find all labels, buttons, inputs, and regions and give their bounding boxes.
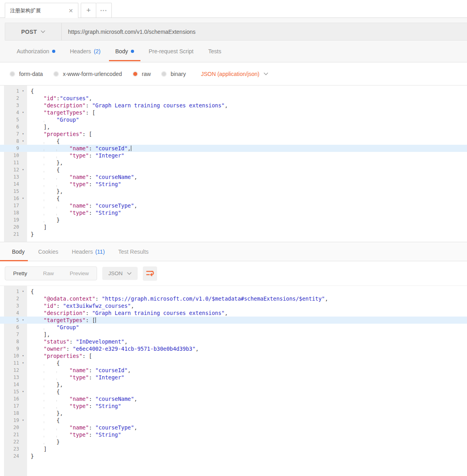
code-line[interactable]: 1▾{ (0, 288, 467, 295)
code-line[interactable]: 3"description": "Graph Learn training co… (0, 102, 467, 109)
fold-arrow-icon[interactable]: ▾ (19, 130, 27, 138)
code-line[interactable]: 15}, (0, 188, 467, 195)
response-tab-cookies[interactable]: Cookies (38, 242, 58, 261)
code-text: "Group" (27, 116, 79, 123)
tab-authorization[interactable]: Authorization (17, 41, 55, 62)
tab-headers[interactable]: Headers(2) (70, 41, 101, 62)
tab-tests[interactable]: Tests (208, 41, 222, 62)
gutter: 17 (0, 202, 27, 209)
fold-arrow-icon[interactable]: ▾ (19, 352, 27, 359)
radio-label: raw (142, 71, 151, 77)
fold-spacer (19, 231, 27, 238)
fold-arrow-icon[interactable]: ▾ (19, 138, 27, 145)
view-mode-preview[interactable]: Preview (62, 267, 97, 280)
url-input[interactable]: https://graph.microsoft.com/v1.0/schemaE… (62, 23, 467, 40)
code-line[interactable]: 10▾"properties": [ (0, 352, 467, 359)
fold-arrow-icon[interactable]: ▾ (19, 288, 27, 295)
code-line[interactable]: 2"@odata.context": "https://graph.micros… (0, 295, 467, 302)
token-punct: }, (56, 188, 63, 194)
code-line[interactable]: 23] (0, 445, 467, 453)
fold-arrow-icon[interactable]: ▾ (19, 388, 27, 395)
method-select[interactable]: POST (5, 23, 62, 40)
code-line[interactable]: 4▾"targetTypes": [ (0, 109, 467, 116)
code-line[interactable]: 14}, (0, 381, 467, 388)
code-line[interactable]: 6"Group" (0, 324, 467, 331)
content-type-select[interactable]: JSON (application/json) (201, 71, 269, 77)
code-line[interactable]: 16▾{ (0, 195, 467, 202)
code-line[interactable]: 1▾{ (0, 87, 467, 95)
code-line[interactable]: 9"owner": "e6ec4002-e329-41cb-9571-b30e0… (0, 345, 467, 352)
fold-arrow-icon[interactable]: ▾ (19, 87, 27, 95)
body-type-form-data[interactable]: form-data (10, 71, 43, 77)
response-tab-headers[interactable]: Headers(11) (72, 242, 105, 261)
response-language-select[interactable]: JSON (102, 267, 138, 280)
fold-arrow-icon[interactable]: ▾ (19, 109, 27, 116)
code-line[interactable]: 21} (0, 231, 467, 238)
code-line[interactable]: 17"type": "String" (0, 402, 467, 410)
line-number: 10 (0, 152, 19, 159)
code-line[interactable]: 5▾"targetTypes": [ (0, 317, 467, 324)
code-line[interactable]: 12"name": "courseId", (0, 367, 467, 374)
code-line[interactable]: 22} (0, 438, 467, 445)
view-mode-pretty[interactable]: Pretty (5, 267, 35, 280)
code-line[interactable]: 13"type": "Integer" (0, 374, 467, 381)
code-line[interactable]: 8▾{ (0, 138, 467, 145)
close-icon[interactable]: ✕ (68, 8, 73, 14)
code-line[interactable]: 21"type": "String" (0, 431, 467, 438)
code-line[interactable]: 2"id":"courses", (0, 95, 467, 102)
token-punct: } (31, 453, 34, 459)
view-mode-raw[interactable]: Raw (35, 267, 62, 280)
code-line[interactable]: 8"status": "InDevelopment", (0, 338, 467, 345)
code-line[interactable]: 19} (0, 216, 467, 223)
response-tab-test-results[interactable]: Test Results (118, 242, 148, 261)
code-line[interactable]: 14"type": "String" (0, 181, 467, 188)
code-line[interactable]: 11}, (0, 159, 467, 166)
fold-arrow-icon[interactable]: ▾ (19, 317, 27, 324)
request-body-editor[interactable]: 1▾{2"id":"courses",3"description": "Grap… (0, 85, 467, 242)
response-body-editor[interactable]: 1▾{2"@odata.context": "https://graph.mic… (0, 286, 467, 476)
code-text: ], (27, 331, 50, 338)
code-text: ] (27, 445, 47, 453)
line-number: 3 (0, 302, 19, 309)
response-tab-body[interactable]: Body (12, 242, 25, 261)
wrap-lines-button[interactable] (143, 266, 157, 281)
code-line[interactable]: 4"description": "Graph Learn training co… (0, 309, 467, 317)
code-line[interactable]: 24} (0, 453, 467, 460)
code-line[interactable]: 11▾{ (0, 359, 467, 367)
code-line[interactable]: 15▾{ (0, 388, 467, 395)
chevron-down-icon (127, 272, 132, 275)
new-tab-button[interactable]: + (81, 3, 96, 17)
code-line[interactable]: 18}, (0, 410, 467, 417)
code-line[interactable]: 3"id": "ext3uikwfwz_courses", (0, 302, 467, 309)
code-line[interactable]: 18"type": "String" (0, 209, 467, 216)
body-type-raw[interactable]: raw (132, 71, 151, 77)
code-line[interactable]: 7▾"properties": [ (0, 130, 467, 138)
code-line[interactable]: 17"name": "courseType", (0, 202, 467, 209)
token-str: "String" (95, 403, 121, 409)
code-line[interactable]: 20"name": "courseType", (0, 424, 467, 431)
body-type-binary[interactable]: binary (161, 71, 186, 77)
code-line[interactable]: 6], (0, 123, 467, 130)
fold-arrow-icon[interactable]: ▾ (19, 417, 27, 424)
code-line[interactable]: 20] (0, 223, 467, 231)
code-line[interactable]: 9"name": "courseId", (0, 145, 467, 152)
url-bar: POST https://graph.microsoft.com/v1.0/sc… (5, 23, 467, 41)
fold-spacer (19, 295, 27, 302)
code-line[interactable]: 5"Group" (0, 116, 467, 123)
request-tab[interactable]: 注册架构扩展 ✕ (5, 3, 78, 18)
fold-arrow-icon[interactable]: ▾ (19, 359, 27, 367)
code-line[interactable]: 16"name": "courseName", (0, 395, 467, 402)
tab-body[interactable]: Body (115, 41, 134, 62)
code-line[interactable]: 7], (0, 331, 467, 338)
body-type-x-www-form-urlencoded[interactable]: x-www-form-urlencoded (53, 71, 122, 77)
code-line[interactable]: 19▾{ (0, 417, 467, 424)
tab-options-button[interactable]: ••• (96, 3, 112, 17)
fold-arrow-icon[interactable]: ▾ (19, 166, 27, 173)
code-line[interactable]: 10"type": "Integer" (0, 152, 467, 159)
code-line[interactable]: 13"name": "courseName", (0, 173, 467, 181)
fold-arrow-icon[interactable]: ▾ (19, 195, 27, 202)
tab-label: Tests (208, 48, 222, 54)
token-str: "Integer" (95, 374, 125, 381)
tab-pre-request-script[interactable]: Pre-request Script (149, 41, 194, 62)
code-line[interactable]: 12▾{ (0, 166, 467, 173)
